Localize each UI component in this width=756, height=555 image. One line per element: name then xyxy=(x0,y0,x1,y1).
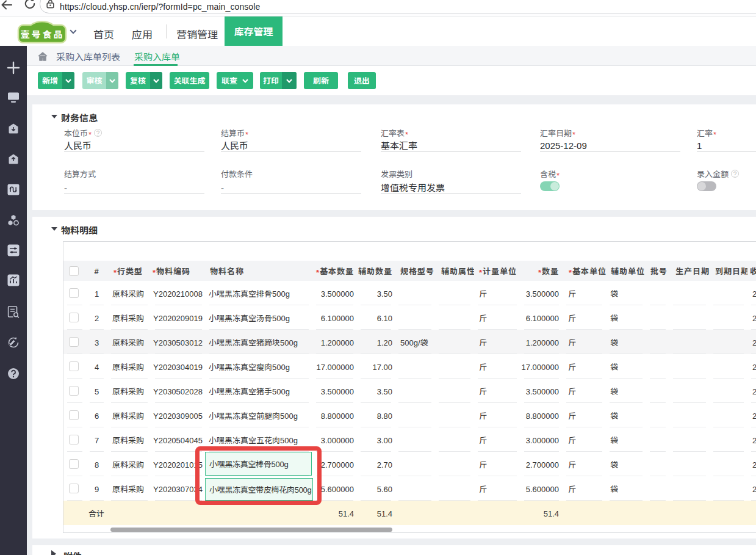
svg-text:壹号食品: 壹号食品 xyxy=(20,27,64,40)
